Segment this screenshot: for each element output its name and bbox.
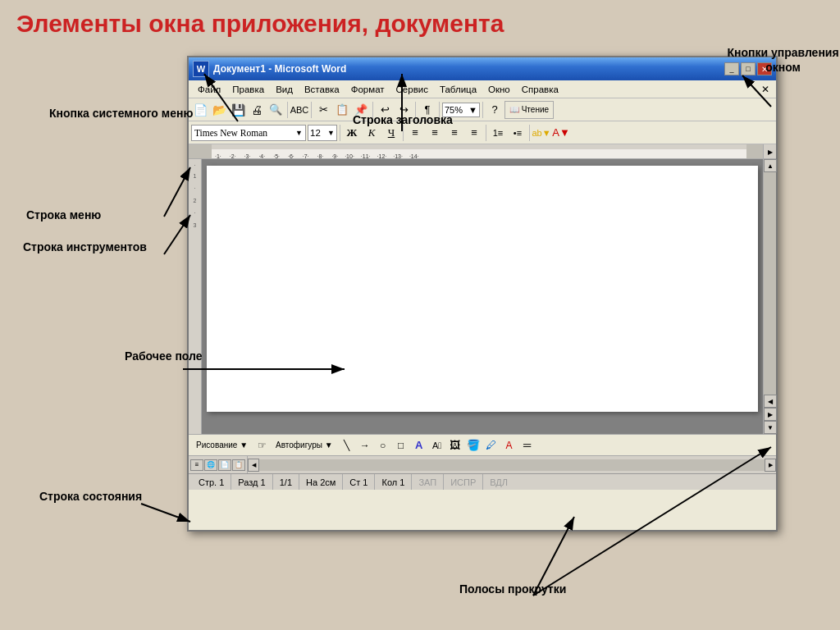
svg-line-6 xyxy=(141,504,190,522)
reading-button[interactable]: 📖 Чтение xyxy=(504,101,554,119)
page-area xyxy=(202,159,763,434)
menu-bar: Файл Правка Вид Вставка Формат Сервис Та… xyxy=(189,80,776,98)
normal-view-button[interactable]: ≡ xyxy=(190,459,203,471)
menu-item-file[interactable]: Файл xyxy=(192,83,226,96)
menu-item-view[interactable]: Вид xyxy=(270,83,299,96)
bottom-area: ≡ 🌐 📄 📋 ◀ ▶ xyxy=(189,455,776,473)
draw-autoshapes-button[interactable]: Автофигуры ▼ xyxy=(272,438,337,452)
scroll-thumb[interactable] xyxy=(764,172,776,395)
menu-item-window[interactable]: Окно xyxy=(482,83,516,96)
word-icon: W xyxy=(193,61,209,77)
cut-button[interactable]: ✂ xyxy=(314,101,332,119)
draw-fill-color-button[interactable]: 🪣 xyxy=(465,437,482,454)
label-control-buttons: Кнопки управления окном xyxy=(726,45,840,75)
vertical-scrollbar: ▲ ◀ ▶ ▼ xyxy=(763,159,776,434)
scroll-up-button[interactable]: ▲ xyxy=(764,159,777,172)
status-section: Разд 1 xyxy=(231,474,272,490)
open-button[interactable]: 📂 xyxy=(210,101,228,119)
menu-item-table[interactable]: Таблица xyxy=(434,83,482,96)
draw-clipart-button[interactable]: 🖼 xyxy=(447,437,463,454)
menu-item-insert[interactable]: Вставка xyxy=(299,83,345,96)
font-dropdown-icon: ▼ xyxy=(295,129,303,137)
spell-button[interactable]: ABC xyxy=(290,101,308,119)
fmt-sep4 xyxy=(529,125,530,141)
label-title-bar: Строка заголовка xyxy=(353,113,453,126)
ruler-left-margin xyxy=(189,144,212,158)
draw-text-button[interactable]: A xyxy=(411,437,427,454)
ruler: ·1· ·2· ·3· ·4· ·5· ·6· ·7· ·8· ·9· ·10·… xyxy=(189,144,776,159)
menu-item-help[interactable]: Справка xyxy=(516,83,564,96)
scroll-page-down[interactable]: ▶ xyxy=(764,408,777,421)
page-background: Элементы окна приложения, документа W До… xyxy=(0,0,840,630)
label-scrollbars: Полосы прокрутки xyxy=(459,582,566,596)
label-status-bar: Строка состояния xyxy=(39,489,142,504)
status-pages: 1/1 xyxy=(273,474,299,490)
font-name-value: Times New Roman xyxy=(194,128,295,138)
status-col: Кол 1 xyxy=(375,474,412,490)
help-button[interactable]: ? xyxy=(486,101,504,119)
scroll-page-up[interactable]: ◀ xyxy=(764,395,777,408)
new-button[interactable]: 📄 xyxy=(191,101,209,119)
draw-line-button[interactable]: ╲ xyxy=(339,437,355,454)
draw-rect-button[interactable]: □ xyxy=(393,437,409,454)
document-area: · 1 · 2 · 3 ▲ ◀ ▶ ▼ xyxy=(189,159,776,434)
toolbar-sep6 xyxy=(482,102,483,118)
numbering-button[interactable]: 1≡ xyxy=(489,124,507,142)
font-name-dropdown[interactable]: Times New Roman ▼ xyxy=(191,125,306,141)
view-mode-buttons: ≡ 🌐 📄 📋 xyxy=(189,456,248,473)
font-size-value: 12 xyxy=(310,128,327,138)
standard-toolbar: 📄 📂 💾 🖨 🔍 ABC ✂ 📋 📌 ↩ ↪ ¶ 75% ▼ ? 📖 xyxy=(189,98,776,121)
document-page[interactable] xyxy=(207,166,758,412)
preview-button[interactable]: 🔍 xyxy=(267,101,285,119)
menu-item-format[interactable]: Формат xyxy=(345,83,390,96)
fmt-sep1 xyxy=(340,125,340,141)
size-dropdown-icon: ▼ xyxy=(327,129,335,137)
print-view-button[interactable]: 📄 xyxy=(218,459,231,471)
save-button[interactable]: 💾 xyxy=(229,101,247,119)
page-title: Элементы окна приложения, документа xyxy=(16,10,504,38)
draw-line-color-button[interactable]: 🖊 xyxy=(483,437,500,454)
draw-wordart-button[interactable]: A⃝ xyxy=(429,437,445,454)
status-extend: ВДЛ xyxy=(483,474,514,490)
toolbar-sep2 xyxy=(311,102,312,118)
draw-arrow-button[interactable]: → xyxy=(357,437,373,454)
hscroll-track[interactable] xyxy=(259,459,765,471)
hscroll-right-button[interactable]: ▶ xyxy=(765,459,776,472)
menu-item-service[interactable]: Сервис xyxy=(390,83,434,96)
title-bar: W Документ1 - Microsoft Word _ □ ✕ xyxy=(189,57,776,80)
fmt-sep2 xyxy=(403,125,404,141)
draw-cursor-button[interactable]: ☞ xyxy=(253,437,270,454)
toolbar-sep1 xyxy=(287,102,288,118)
ruler-scroll-btn[interactable]: ▶ xyxy=(763,144,776,159)
status-bar: Стр. 1 Разд 1 1/1 На 2см Ст 1 Кол 1 ЗАП … xyxy=(189,473,776,490)
fmt-sep3 xyxy=(486,125,486,141)
draw-oval-button[interactable]: ○ xyxy=(375,437,391,454)
draw-line-style-button[interactable]: ═ xyxy=(519,437,536,454)
outline-view-button[interactable]: 📋 xyxy=(232,459,245,471)
menu-item-edit[interactable]: Правка xyxy=(226,83,270,96)
label-toolbar: Строка инструментов xyxy=(23,240,147,254)
justify-button[interactable]: ≡ xyxy=(465,124,483,142)
bullets-button[interactable]: •≡ xyxy=(509,124,527,142)
formatting-toolbar: Times New Roman ▼ 12 ▼ Ж К Ч ≡ ≡ ≡ ≡ 1≡ … xyxy=(189,121,776,144)
label-menu-bar: Строка меню xyxy=(26,208,101,221)
font-size-dropdown[interactable]: 12 ▼ xyxy=(308,125,337,141)
scroll-down-button[interactable]: ▼ xyxy=(764,421,777,434)
word-window: W Документ1 - Microsoft Word _ □ ✕ Файл … xyxy=(187,56,778,532)
left-ruler: · 1 · 2 · 3 xyxy=(189,159,202,434)
title-bar-text: Документ1 - Microsoft Word xyxy=(213,63,724,75)
font-color-button[interactable]: A▼ xyxy=(552,124,570,142)
print-button[interactable]: 🖨 xyxy=(248,101,266,119)
drawing-toolbar: Рисование ▼ ☞ Автофигуры ▼ ╲ → ○ □ A A⃝ … xyxy=(189,434,776,455)
status-rec: ЗАП xyxy=(412,474,444,490)
draw-drawing-button[interactable]: Рисование ▼ xyxy=(192,438,252,452)
highlight-button[interactable]: ab▼ xyxy=(532,124,550,142)
draw-font-color-button2[interactable]: A xyxy=(501,437,518,454)
copy-button[interactable]: 📋 xyxy=(333,101,351,119)
menu-close-icon[interactable]: ✕ xyxy=(758,84,773,95)
status-line: Ст 1 xyxy=(343,474,375,490)
status-position: На 2см xyxy=(299,474,343,490)
web-view-button[interactable]: 🌐 xyxy=(204,459,217,471)
hscroll-left-button[interactable]: ◀ xyxy=(248,459,259,472)
horizontal-scrollbar: ◀ ▶ xyxy=(248,456,776,473)
